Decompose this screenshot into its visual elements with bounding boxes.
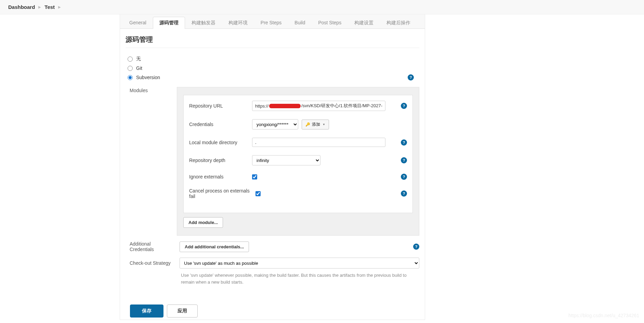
scm-radio-git[interactable] (128, 66, 133, 71)
button-bar: 保存 应用 (130, 305, 198, 318)
tab-post-build[interactable]: 构建后操作 (380, 17, 417, 29)
checkout-strategy-label: Check-out Strategy (130, 260, 173, 266)
module-panel: Repository URL https:// /svn/KSD/研发中心/1.… (177, 87, 419, 236)
tab-build[interactable]: Build (288, 17, 312, 29)
checkout-strategy-select[interactable]: Use 'svn update' as much as possible (180, 258, 419, 269)
breadcrumb-dashboard[interactable]: Dashboard (8, 4, 35, 10)
breadcrumb-test[interactable]: Test (44, 4, 55, 10)
tabs-bar: General 源码管理 构建触发器 构建环境 Pre Steps Build … (120, 14, 425, 29)
repo-url-prefix: https:// (255, 103, 268, 109)
save-button[interactable]: 保存 (130, 305, 163, 318)
scm-radio-none[interactable] (128, 57, 133, 62)
additional-credentials-label: Additional Credentials (130, 241, 173, 252)
redacted-host (269, 104, 301, 108)
add-module-button[interactable]: Add module... (183, 217, 223, 228)
tab-environment[interactable]: 构建环境 (222, 17, 254, 29)
add-credentials-button[interactable]: 🔑 添加 ▼ (302, 120, 329, 129)
cancel-externals-checkbox[interactable] (255, 191, 261, 196)
chevron-right-icon: ▶ (38, 5, 41, 9)
credentials-select[interactable]: yongxiong/****** (252, 119, 298, 129)
help-icon[interactable]: ? (401, 139, 407, 146)
scm-radio-subversion[interactable] (128, 75, 133, 80)
scm-label-subversion[interactable]: Subversion (136, 75, 160, 80)
help-icon[interactable]: ? (408, 74, 414, 80)
ignore-externals-checkbox[interactable] (252, 174, 257, 179)
local-dir-label: Local module directory (189, 140, 247, 145)
tab-build-settings[interactable]: 构建设置 (348, 17, 380, 29)
apply-button[interactable]: 应用 (167, 305, 198, 318)
scm-label-none[interactable]: 无 (136, 56, 141, 62)
credentials-label: Credentials (189, 122, 247, 127)
add-additional-credentials-button[interactable]: Add additional credentials... (180, 241, 249, 252)
help-icon[interactable]: ? (401, 190, 407, 197)
watermark: https://blog.csdn.net/u_42734261 (568, 313, 639, 318)
breadcrumb: Dashboard ▶ Test ▶ (0, 0, 644, 14)
modules-label: Modules (130, 87, 171, 93)
local-dir-input[interactable] (252, 138, 385, 147)
add-cred-label: 添加 (312, 122, 320, 127)
tab-scm[interactable]: 源码管理 (153, 17, 185, 29)
scm-label-git[interactable]: Git (136, 65, 142, 71)
config-panel: General 源码管理 构建触发器 构建环境 Pre Steps Build … (120, 14, 425, 320)
repo-url-suffix: /svn/KSD/研发中心/1.软件项目/MP-2027- (301, 103, 382, 109)
ignore-externals-label: Ignore externals (189, 174, 247, 179)
checkout-description: Use 'svn update' whenever possible, maki… (181, 272, 416, 285)
depth-select[interactable]: infinity (252, 155, 320, 165)
chevron-right-icon: ▶ (58, 5, 61, 9)
help-icon[interactable]: ? (401, 103, 407, 109)
section-title: 源码管理 (126, 35, 419, 48)
tab-pre-steps[interactable]: Pre Steps (254, 17, 288, 29)
section-content: 源码管理 无 Git Subversion ? Modules Reposi (120, 29, 425, 320)
help-icon[interactable]: ? (401, 174, 407, 180)
key-icon: 🔑 (305, 122, 310, 127)
tab-triggers[interactable]: 构建触发器 (185, 17, 222, 29)
help-icon[interactable]: ? (413, 244, 419, 250)
depth-label: Repository depth (189, 158, 247, 163)
tab-general[interactable]: General (123, 17, 153, 29)
cancel-externals-label: Cancel process on externals fail (189, 188, 251, 199)
tab-post-steps[interactable]: Post Steps (312, 17, 348, 29)
module-inner: Repository URL https:// /svn/KSD/研发中心/1.… (183, 95, 413, 213)
repo-url-input[interactable]: https:// /svn/KSD/研发中心/1.软件项目/MP-2027- (252, 101, 385, 111)
repo-url-label: Repository URL (189, 103, 247, 109)
chevron-down-icon: ▼ (323, 123, 325, 126)
help-icon[interactable]: ? (401, 157, 407, 163)
